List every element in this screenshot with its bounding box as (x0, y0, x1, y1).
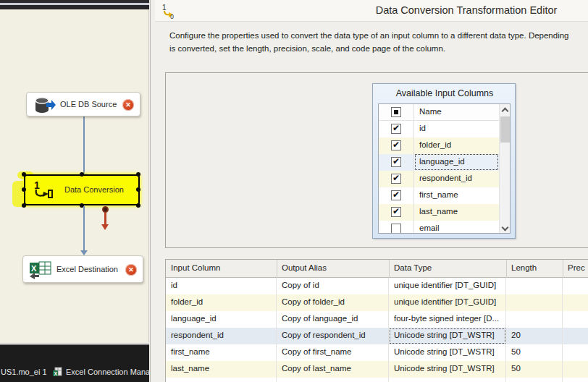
cell-length[interactable]: 50 (506, 344, 563, 361)
cell-precision[interactable] (563, 344, 588, 361)
cell-output-alias[interactable]: Copy of language_id (277, 311, 389, 328)
selection-handle[interactable] (136, 203, 140, 208)
error-output-path[interactable] (104, 213, 106, 225)
column-name: language_id (419, 157, 465, 166)
header-precision: Prec (568, 263, 585, 272)
node-label: Data Conversion (64, 185, 124, 194)
input-columns-scrollbar[interactable] (499, 104, 510, 233)
cell-precision[interactable] (563, 278, 588, 294)
column-checkbox[interactable] (391, 190, 401, 200)
dataflow-canvas[interactable]: OLE DB Source ✕ 1 Data Conversion (0, 9, 149, 342)
error-output-origin-icon[interactable] (102, 206, 109, 213)
cell-output-alias[interactable]: Copy of first_name (277, 344, 389, 361)
scroll-up-icon[interactable] (502, 108, 509, 115)
cell-input-column[interactable]: first_name (166, 344, 277, 361)
cell-data-type[interactable]: four-byte signed integer [D... (389, 311, 506, 328)
cell-input-column[interactable]: language_id (166, 311, 277, 328)
cell-precision[interactable] (563, 378, 588, 382)
cell-input-column[interactable]: id (166, 278, 277, 294)
header-data-type: Data Type (394, 263, 432, 272)
selection-handle[interactable] (80, 172, 84, 177)
cell-precision[interactable] (563, 328, 588, 344)
column-checkbox[interactable] (391, 124, 401, 134)
available-input-columns-title: Available Input Columns (373, 88, 516, 98)
cell-output-alias[interactable]: Copy of id (277, 278, 389, 294)
column-name: respondent_id (419, 174, 472, 182)
grid-row[interactable]: first_name Copy of first_name Unicode st… (166, 344, 588, 361)
available-input-columns-box[interactable]: Available Input Columns Name id folder_i… (372, 83, 516, 239)
cell-input-column[interactable]: last_name (166, 361, 277, 378)
connection-manager-item[interactable]: Excel Connection Mana (66, 368, 149, 376)
cell-input-column[interactable]: respondent_id (166, 328, 277, 344)
scrollbar-thumb[interactable] (500, 116, 510, 143)
header-length: Length (511, 263, 537, 272)
cell-length[interactable] (506, 378, 563, 382)
node-label: Excel Destination (56, 265, 118, 273)
select-all-checkbox[interactable] (391, 107, 401, 117)
cell-data-type[interactable]: Unicode string [DT_WSTR] (389, 328, 506, 344)
path-conversion-to-destination[interactable] (83, 206, 85, 251)
cell-data-type[interactable]: unique identifier [DT_GUID] (389, 294, 506, 311)
cell-output-alias[interactable]: Copy of last_name (277, 361, 389, 378)
selection-handle[interactable] (22, 172, 26, 177)
node-ole-db-source[interactable]: OLE DB Source ✕ (26, 92, 140, 116)
selection-handle[interactable] (22, 203, 26, 208)
input-column-row[interactable]: first_name (379, 187, 499, 204)
selection-handle[interactable] (22, 187, 26, 192)
cell-length[interactable]: 20 (506, 328, 563, 344)
available-input-columns-table: Name id folder_id language_id respondent… (378, 103, 511, 234)
input-column-row[interactable]: language_id (379, 154, 499, 171)
grid-row[interactable]: folder_id Copy of folder_id unique ident… (166, 294, 588, 311)
grid-row[interactable]: last_name Copy of last_name Unicode stri… (166, 361, 588, 378)
cell-input-column[interactable] (166, 378, 277, 382)
column-checkbox[interactable] (391, 157, 401, 167)
node-data-conversion[interactable]: 1 Data Conversion (24, 174, 140, 205)
cell-precision[interactable] (563, 361, 588, 378)
input-column-row[interactable]: email (379, 221, 499, 234)
screenshot-root: OLE DB Source ✕ 1 Data Conversion (0, 0, 588, 382)
cell-output-alias[interactable] (277, 378, 389, 382)
cell-data-type[interactable]: Unicode string [DT_WSTR] (389, 344, 506, 361)
input-columns-header-row: Name (379, 104, 499, 121)
grid-row[interactable]: language_id Copy of language_id four-byt… (166, 311, 588, 328)
column-checkbox[interactable] (391, 207, 401, 217)
grid-row-empty[interactable] (166, 378, 588, 382)
column-checkbox[interactable] (391, 174, 401, 184)
grid-row[interactable]: respondent_id Copy of respondent_id Unic… (166, 328, 588, 344)
cell-data-type[interactable] (389, 378, 506, 382)
cell-precision[interactable] (563, 311, 588, 328)
dialog-titlebar[interactable]: 1 0 Data Conversion Transformation Edito… (155, 0, 588, 22)
excel-connection-icon: X (52, 367, 62, 377)
input-column-row[interactable]: respondent_id (379, 171, 499, 187)
dialog-title: Data Conversion Transformation Editor (155, 4, 588, 16)
cell-data-type[interactable]: Unicode string [DT_WSTR] (389, 361, 506, 378)
selection-handle[interactable] (136, 172, 140, 177)
node-label: OLE DB Source (60, 100, 117, 109)
cell-length[interactable]: 50 (506, 361, 563, 378)
path-source-to-conversion[interactable] (83, 116, 85, 174)
cell-output-alias[interactable]: Copy of respondent_id (277, 328, 389, 344)
header-output-alias: Output Alias (282, 263, 327, 272)
selection-handle[interactable] (136, 187, 140, 192)
cell-length[interactable] (506, 311, 563, 328)
svg-text:X: X (54, 371, 58, 376)
cell-precision[interactable] (563, 294, 588, 311)
cell-length[interactable] (506, 294, 563, 311)
input-column-row[interactable]: id (379, 121, 499, 137)
error-badge-icon[interactable]: ✕ (122, 99, 134, 111)
grid-row[interactable]: id Copy of id unique identifier [DT_GUID… (166, 278, 588, 294)
connection-manager-item[interactable]: US1.mo_ei 1 (1, 368, 47, 376)
header-input-column: Input Column (171, 263, 220, 272)
cell-input-column[interactable]: folder_id (166, 294, 277, 311)
input-column-row[interactable]: last_name (379, 204, 499, 221)
error-badge-icon[interactable]: ✕ (125, 264, 137, 276)
description-line-2: is converted, set the length, precision,… (169, 42, 588, 55)
cell-length[interactable] (506, 278, 563, 294)
node-excel-destination[interactable]: X Excel Destination ✕ (22, 255, 143, 283)
input-column-row[interactable]: folder_id (379, 137, 499, 154)
column-checkbox[interactable] (391, 140, 401, 150)
column-checkbox[interactable] (391, 224, 401, 234)
scroll-down-icon[interactable] (502, 224, 509, 232)
cell-output-alias[interactable]: Copy of folder_id (277, 294, 389, 311)
cell-data-type[interactable]: unique identifier [DT_GUID] (389, 278, 506, 294)
